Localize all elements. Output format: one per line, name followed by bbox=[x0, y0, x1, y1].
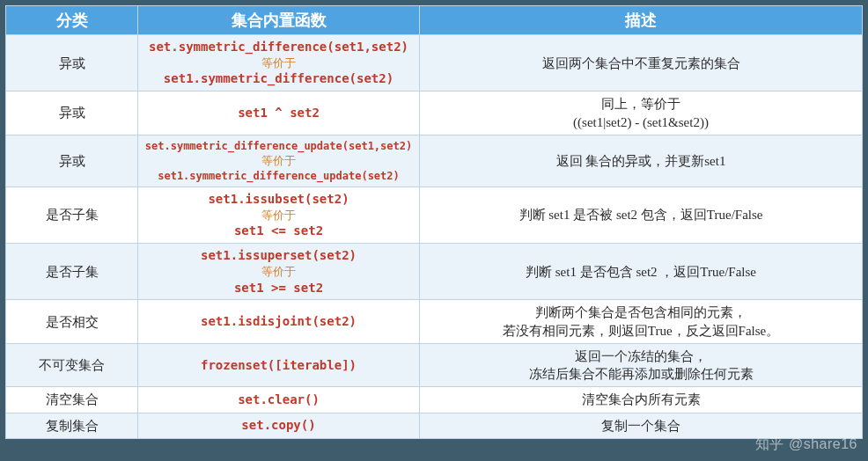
function-line: set1.isdisjoint(set2) bbox=[143, 313, 414, 330]
function-cell: set1.issubset(set2)等价于set1 <= set2 bbox=[138, 187, 420, 243]
function-line: set1.issuperset(set2) bbox=[143, 247, 414, 264]
description-cell: 返回两个集合中不重复元素的集合 bbox=[420, 35, 863, 91]
function-line: set.symmetric_difference(set1,set2) bbox=[143, 39, 414, 55]
table-row: 是否子集set1.issubset(set2)等价于set1 <= set2判断… bbox=[6, 187, 863, 243]
description-cell: 清空集合内所有元素 bbox=[420, 387, 863, 413]
category-cell: 不可变集合 bbox=[6, 343, 138, 387]
function-cell: frozenset([iterable]) bbox=[138, 343, 420, 387]
category-cell: 异或 bbox=[6, 91, 138, 135]
table-row: 复制集合set.copy()复制一个集合 bbox=[6, 413, 863, 438]
category-cell: 是否子集 bbox=[6, 244, 138, 300]
equivalent-label: 等价于 bbox=[143, 264, 414, 280]
equivalent-label: 等价于 bbox=[143, 208, 414, 223]
function-line: set1.symmetric_difference_update(set2) bbox=[143, 169, 414, 183]
function-line: set1 ^ set2 bbox=[143, 105, 414, 121]
function-line: frozenset([iterable]) bbox=[143, 357, 414, 374]
function-cell: set.symmetric_difference(set1,set2)等价于se… bbox=[138, 35, 420, 91]
description-cell: 复制一个集合 bbox=[420, 413, 863, 438]
description-cell: 同上，等价于 ((set1|set2) - (set1&set2)) bbox=[420, 91, 863, 135]
equivalent-label: 等价于 bbox=[143, 55, 414, 71]
table-row: 清空集合set.clear()清空集合内所有元素 bbox=[6, 387, 863, 413]
function-cell: set.clear() bbox=[138, 387, 420, 413]
header-category: 分类 bbox=[6, 6, 138, 35]
header-description: 描述 bbox=[420, 6, 863, 35]
function-line: set.copy() bbox=[143, 417, 414, 434]
function-cell: set.copy() bbox=[138, 413, 420, 438]
description-cell: 判断两个集合是否包含相同的元素， 若没有相同元素，则返回True，反之返回Fal… bbox=[420, 300, 863, 344]
function-cell: set.symmetric_difference_update(set1,set… bbox=[138, 135, 420, 187]
category-cell: 异或 bbox=[6, 135, 138, 187]
header-function: 集合内置函数 bbox=[138, 6, 420, 35]
table-row: 异或set.symmetric_difference_update(set1,s… bbox=[6, 135, 863, 187]
table-row: 异或set1 ^ set2同上，等价于 ((set1|set2) - (set1… bbox=[6, 91, 863, 135]
function-line: set1.issubset(set2) bbox=[143, 191, 414, 208]
function-cell: set1.issuperset(set2)等价于set1 >= set2 bbox=[138, 244, 420, 300]
function-line: set.clear() bbox=[143, 391, 414, 408]
function-line: set1 >= set2 bbox=[143, 280, 414, 296]
table-row: 是否相交set1.isdisjoint(set2)判断两个集合是否包含相同的元素… bbox=[6, 300, 863, 344]
equivalent-label: 等价于 bbox=[143, 153, 414, 169]
function-cell: set1 ^ set2 bbox=[138, 91, 420, 135]
category-cell: 清空集合 bbox=[6, 387, 138, 413]
category-cell: 是否子集 bbox=[6, 187, 138, 243]
function-line: set.symmetric_difference_update(set1,set… bbox=[143, 139, 414, 153]
description-cell: 返回 集合的异或，并更新set1 bbox=[420, 135, 863, 187]
function-line: set1.symmetric_difference(set2) bbox=[143, 70, 414, 87]
table-row: 是否子集set1.issuperset(set2)等价于set1 >= set2… bbox=[6, 244, 863, 300]
category-cell: 异或 bbox=[6, 35, 138, 91]
function-cell: set1.isdisjoint(set2) bbox=[138, 300, 420, 344]
function-line: set1 <= set2 bbox=[143, 223, 414, 239]
description-cell: 返回一个冻结的集合， 冻结后集合不能再添加或删除任何元素 bbox=[420, 343, 863, 387]
table-row: 不可变集合frozenset([iterable])返回一个冻结的集合， 冻结后… bbox=[6, 343, 863, 387]
category-cell: 是否相交 bbox=[6, 300, 138, 344]
description-cell: 判断 set1 是否包含 set2 ，返回True/False bbox=[420, 244, 863, 300]
set-functions-table: 分类 集合内置函数 描述 异或set.symmetric_difference(… bbox=[5, 5, 863, 439]
description-cell: 判断 set1 是否被 set2 包含，返回True/False bbox=[420, 187, 863, 243]
table-row: 异或set.symmetric_difference(set1,set2)等价于… bbox=[6, 35, 863, 91]
category-cell: 复制集合 bbox=[6, 413, 138, 438]
